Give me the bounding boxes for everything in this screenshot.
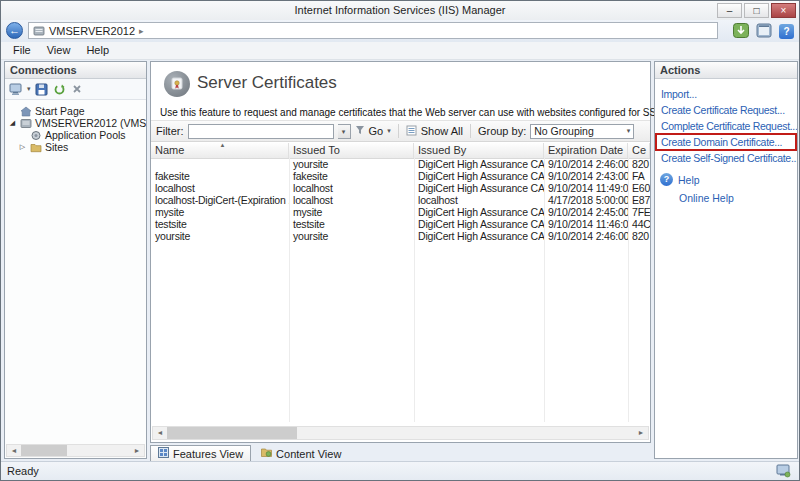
actions-header: Actions bbox=[655, 62, 797, 79]
cell-hash: 7FE bbox=[628, 206, 650, 218]
minimize-button[interactable]: – bbox=[717, 3, 742, 18]
action-create-domain-certificate[interactable]: Create Domain Certificate... bbox=[655, 134, 797, 150]
table-row[interactable]: localhost-DigiCert-(Expiration ... local… bbox=[151, 194, 650, 206]
help-question-icon: ? bbox=[660, 173, 673, 186]
tree-item-server[interactable]: ◢ VMSERVER2012 (VMSERVER20 bbox=[8, 117, 146, 129]
tree-label[interactable]: Sites bbox=[45, 141, 68, 153]
menu-bar: File View Help bbox=[1, 42, 799, 60]
column-label: Name bbox=[155, 144, 184, 156]
menu-view[interactable]: View bbox=[39, 42, 79, 59]
feature-view-icon[interactable] bbox=[756, 23, 772, 40]
scroll-left-icon[interactable]: ◄ bbox=[153, 427, 167, 439]
action-complete-certificate-request[interactable]: Complete Certificate Request... bbox=[655, 118, 797, 134]
show-all-button[interactable]: Show All bbox=[421, 125, 463, 137]
breadcrumb[interactable]: VMSERVER2012 ▸ bbox=[28, 22, 718, 39]
window-controls: – □ × bbox=[717, 3, 796, 18]
collapsed-icon[interactable]: ▷ bbox=[18, 143, 27, 151]
create-connection-icon[interactable] bbox=[9, 83, 23, 96]
scroll-left-icon[interactable]: ◄ bbox=[7, 445, 21, 456]
tree-label[interactable]: Application Pools bbox=[45, 129, 126, 141]
cell-issued-to: localhost bbox=[289, 194, 414, 206]
action-create-certificate-request[interactable]: Create Certificate Request... bbox=[655, 102, 797, 118]
action-create-self-signed-certificate[interactable]: Create Self-Signed Certificate... bbox=[655, 150, 797, 166]
page-description: Use this feature to request and manage c… bbox=[160, 107, 665, 118]
filter-input[interactable] bbox=[188, 124, 334, 139]
save-connection-icon[interactable] bbox=[35, 83, 49, 96]
column-header-issued-by[interactable]: Issued By bbox=[414, 143, 544, 158]
delete-connection-icon[interactable] bbox=[71, 83, 85, 96]
tab-content-view[interactable]: Content View bbox=[253, 445, 349, 462]
cell-expiration: 9/10/2014 11:46:0... bbox=[544, 218, 628, 230]
cell-issued-to: localhost bbox=[289, 182, 414, 194]
scrollbar-thumb[interactable] bbox=[167, 427, 297, 439]
tab-features-view[interactable]: Features View bbox=[150, 445, 251, 462]
cell-issued-by: localhost bbox=[414, 194, 544, 206]
cell-issued-by: DigiCert High Assurance CA-3 bbox=[414, 218, 544, 230]
action-online-help[interactable]: Online Help bbox=[655, 190, 797, 205]
scroll-right-icon[interactable]: ► bbox=[634, 427, 648, 439]
help-icon[interactable]: ? bbox=[779, 24, 794, 39]
scrollbar-thumb[interactable] bbox=[21, 445, 67, 456]
column-header-expiration-date[interactable]: Expiration Date bbox=[544, 143, 628, 158]
back-icon[interactable]: ← bbox=[6, 22, 23, 39]
cell-hash: E60 bbox=[628, 182, 650, 194]
table-row[interactable]: yoursite DigiCert High Assurance CA-3 9/… bbox=[151, 158, 650, 170]
cell-issued-by: DigiCert High Assurance CA-3 bbox=[414, 170, 544, 182]
cell-issued-by: DigiCert High Assurance CA-3 bbox=[414, 230, 544, 242]
menu-help[interactable]: Help bbox=[78, 42, 117, 59]
tree-label[interactable]: VMSERVER2012 (VMSERVER20 bbox=[35, 117, 146, 129]
go-dropdown-icon[interactable]: ▾ bbox=[387, 127, 391, 135]
help-label[interactable]: Help bbox=[678, 174, 700, 186]
sort-asc-icon: ▲ bbox=[220, 143, 226, 148]
scroll-right-icon[interactable]: ► bbox=[130, 445, 144, 456]
connections-horizontal-scrollbar[interactable]: ◄ ► bbox=[6, 444, 145, 457]
connection-dropdown-icon[interactable]: ▾ bbox=[27, 85, 31, 93]
application-pools-icon bbox=[30, 130, 42, 141]
maximize-button[interactable]: □ bbox=[744, 3, 769, 18]
cell-name: testsite bbox=[151, 218, 289, 230]
tree-item-start-page[interactable]: Start Page bbox=[8, 105, 146, 117]
go-button[interactable]: Go bbox=[369, 125, 384, 137]
connections-tree: Start Page ◢ VMSERVER2012 (VMSERVER20 Ap… bbox=[5, 100, 146, 153]
cell-issued-to: testsite bbox=[289, 218, 414, 230]
cell-hash: 820 bbox=[628, 158, 650, 170]
close-button[interactable]: × bbox=[771, 3, 796, 18]
column-header-certificate-hash[interactable]: Ce bbox=[628, 143, 650, 158]
table-row[interactable]: fakesite fakesite DigiCert High Assuranc… bbox=[151, 170, 650, 182]
sites-folder-icon bbox=[30, 142, 42, 153]
group-by-select[interactable]: No Grouping ▾ bbox=[530, 124, 634, 139]
tree-label[interactable]: Start Page bbox=[35, 105, 85, 117]
show-all-icon[interactable] bbox=[406, 125, 417, 138]
breadcrumb-server[interactable]: VMSERVER2012 bbox=[49, 25, 135, 37]
go-funnel-icon[interactable] bbox=[355, 125, 365, 137]
table-row[interactable]: mysite mysite DigiCert High Assurance CA… bbox=[151, 206, 650, 218]
action-help[interactable]: ? Help bbox=[655, 172, 797, 187]
table-header: Name ▲ Issued To Issued By Expiration Da… bbox=[151, 143, 650, 159]
window-title: Internet Information Services (IIS) Mana… bbox=[295, 4, 506, 16]
tree-item-sites[interactable]: ▷ Sites bbox=[18, 141, 146, 153]
table-row[interactable]: testsite testsite DigiCert High Assuranc… bbox=[151, 218, 650, 230]
scrollbar-track[interactable] bbox=[297, 427, 634, 439]
action-import[interactable]: Import... bbox=[655, 86, 797, 102]
menu-file[interactable]: File bbox=[5, 42, 39, 59]
expanded-icon[interactable]: ◢ bbox=[8, 119, 17, 127]
scrollbar-track[interactable] bbox=[67, 445, 130, 456]
column-header-issued-to[interactable]: Issued To bbox=[289, 143, 414, 158]
web-platform-installer-icon[interactable] bbox=[733, 23, 749, 40]
cell-expiration: 4/17/2018 5:00:00 ... bbox=[544, 194, 628, 206]
server-icon bbox=[33, 25, 45, 36]
chevron-right-icon[interactable]: ▸ bbox=[139, 26, 144, 36]
cell-issued-by: DigiCert High Assurance CA-3 bbox=[414, 182, 544, 194]
page-title: Server Certificates bbox=[197, 73, 337, 93]
table-horizontal-scrollbar[interactable]: ◄ ► bbox=[152, 426, 649, 440]
online-help-label[interactable]: Online Help bbox=[679, 192, 734, 204]
address-bar-icons: ? bbox=[733, 23, 794, 40]
refresh-icon[interactable] bbox=[53, 83, 67, 96]
column-header-name[interactable]: Name ▲ bbox=[151, 143, 289, 158]
tree-item-application-pools[interactable]: Application Pools bbox=[18, 129, 146, 141]
table-row[interactable]: yoursite yoursite DigiCert High Assuranc… bbox=[151, 230, 650, 242]
filter-dropdown-icon[interactable]: ▾ bbox=[338, 124, 351, 139]
toolbar-separator bbox=[398, 124, 399, 138]
cell-expiration: 9/10/2014 2:43:00 ... bbox=[544, 170, 628, 182]
table-row[interactable]: localhost localhost DigiCert High Assura… bbox=[151, 182, 650, 194]
